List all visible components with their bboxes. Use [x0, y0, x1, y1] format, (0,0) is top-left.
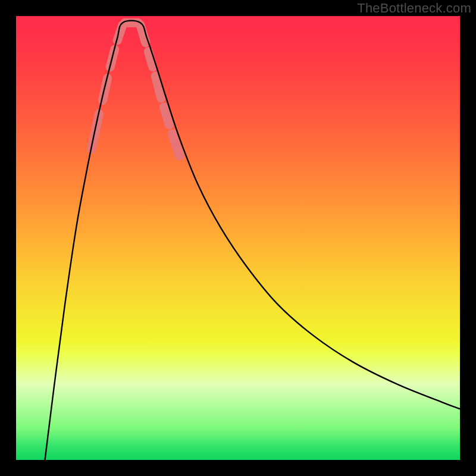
chart-svg [16, 16, 460, 460]
watermark-text: TheBottleneck.com [357, 1, 471, 16]
marker-segment [140, 25, 146, 43]
gradient-background [16, 16, 460, 460]
chart-frame: TheBottleneck.com [0, 0, 476, 476]
marker-segment [164, 107, 169, 125]
chart-plot-area [16, 16, 460, 460]
